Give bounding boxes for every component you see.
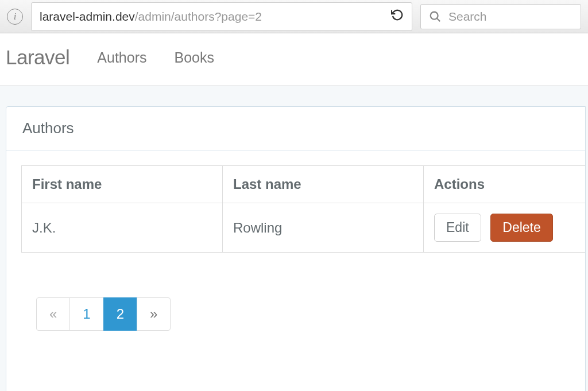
url-host: laravel-admin.dev xyxy=(40,10,135,23)
info-icon[interactable]: i xyxy=(7,9,23,25)
search-icon xyxy=(429,10,442,23)
reload-icon[interactable] xyxy=(385,9,404,25)
cell-actions: Edit Delete xyxy=(424,203,586,253)
table-header-row: First name Last name Actions xyxy=(22,166,586,203)
url-bar[interactable]: laravel-admin.dev/admin/authors?page=2 xyxy=(31,2,412,31)
cell-last-name: Rowling xyxy=(223,203,424,253)
browser-search[interactable]: Search xyxy=(420,4,581,29)
brand[interactable]: Laravel xyxy=(6,46,69,69)
col-header-actions: Actions xyxy=(424,166,586,203)
col-header-last-name: Last name xyxy=(223,166,424,203)
pagination: « 1 2 » xyxy=(36,297,585,331)
delete-button[interactable]: Delete xyxy=(490,214,552,242)
search-placeholder: Search xyxy=(448,10,487,24)
svg-point-0 xyxy=(431,11,438,19)
url-path: /admin/authors?page=2 xyxy=(135,10,262,23)
svg-line-1 xyxy=(437,18,440,21)
navbar: Laravel Authors Books xyxy=(0,33,588,86)
authors-table: First name Last name Actions J.K. Rowlin… xyxy=(21,165,585,253)
pagination-next[interactable]: » xyxy=(137,297,171,331)
url-text: laravel-admin.dev/admin/authors?page=2 xyxy=(40,10,262,24)
browser-toolbar: i laravel-admin.dev/admin/authors?page=2… xyxy=(0,0,588,33)
nav-link-books[interactable]: Books xyxy=(174,49,214,66)
edit-button[interactable]: Edit xyxy=(434,214,481,242)
col-header-first-name: First name xyxy=(22,166,223,203)
nav-link-authors[interactable]: Authors xyxy=(97,49,146,66)
pagination-page-2[interactable]: 2 xyxy=(103,297,137,331)
authors-panel: Authors First name Last name Actions J.K… xyxy=(6,106,586,391)
table-row: J.K. Rowling Edit Delete xyxy=(22,203,586,253)
pagination-prev[interactable]: « xyxy=(36,297,70,331)
cell-first-name: J.K. xyxy=(22,203,223,253)
pagination-page-1[interactable]: 1 xyxy=(69,297,103,331)
panel-title: Authors xyxy=(6,107,585,150)
